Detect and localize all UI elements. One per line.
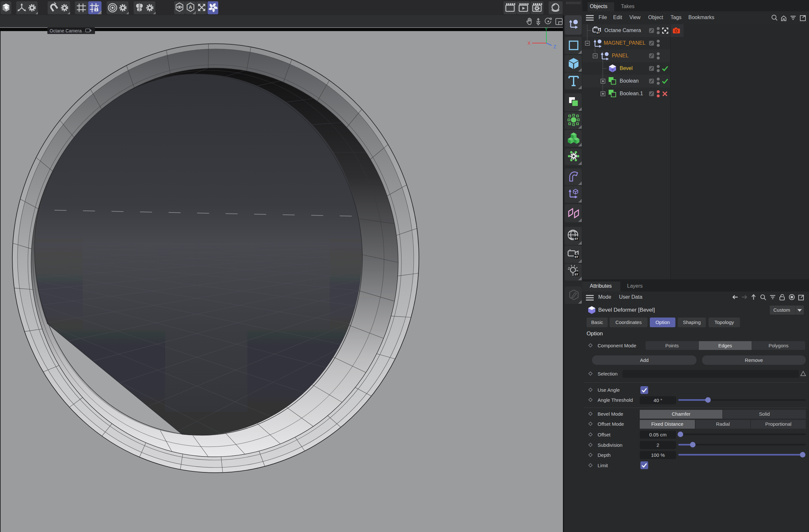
svg-text:ST: ST xyxy=(596,31,600,34)
svg-text:Z: Z xyxy=(553,44,556,49)
svg-text:Y: Y xyxy=(545,26,548,32)
svg-text:Octane Camera: Octane Camera xyxy=(50,28,82,33)
svg-text:ST: ST xyxy=(574,237,579,241)
svg-text:ST: ST xyxy=(574,255,579,259)
svg-text:A: A xyxy=(189,4,192,10)
svg-text:X: X xyxy=(528,40,531,46)
svg-text:ST: ST xyxy=(574,273,579,276)
